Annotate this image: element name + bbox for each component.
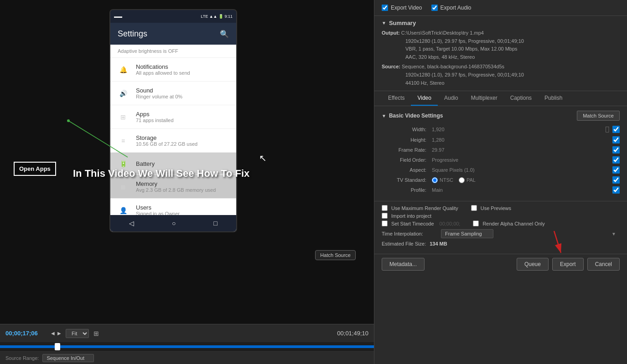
source-details1: Sequence, black-background-1468370534d5s — [402, 64, 504, 69]
item-title: Memory — [136, 180, 216, 187]
item-label: Adaptive brightness is OFF — [118, 48, 178, 54]
file-size-value: 134 MB — [430, 241, 447, 246]
max-render-quality-checkbox[interactable] — [382, 205, 388, 211]
max-render-quality-label: Use Maximum Render Quality — [391, 205, 458, 211]
output-details1: 1920x1280 (1.0), 29.97 fps, Progressive,… — [382, 37, 620, 46]
frame-rate-checkbox[interactable] — [612, 146, 620, 154]
item-title: Storage — [136, 134, 197, 141]
profile-value: Main — [432, 187, 612, 193]
pal-radio[interactable] — [459, 177, 465, 183]
tab-audio[interactable]: Audio — [438, 91, 465, 106]
use-previews-label: Use Previews — [481, 205, 511, 211]
width-value: 1,920 — [432, 127, 602, 132]
match-source-button[interactable]: Match Source — [577, 111, 620, 121]
scrubber-area[interactable] — [0, 342, 374, 351]
profile-label: Profile: — [382, 187, 432, 193]
end-timecode: 00;01;49;10 — [337, 330, 368, 337]
rewind-btn[interactable]: ◀ — [51, 331, 55, 336]
tab-effects[interactable]: Effects — [382, 91, 411, 106]
profile-checkbox[interactable] — [612, 186, 620, 194]
tab-video[interactable]: Video — [411, 91, 437, 106]
item-subtitle: 10.56 GB of 27.22 GB used — [136, 141, 197, 147]
aspect-row: Aspect: Square Pixels (1.0) — [382, 166, 620, 174]
export-top-checkboxes: Export Video Export Audio — [374, 0, 627, 16]
summary-section: ▼ Summary Output: C:\Users\SoftTrick\Des… — [374, 16, 627, 91]
time-interpolation-dropdown[interactable]: Frame Sampling — [441, 229, 493, 238]
cancel-button[interactable]: Cancel — [587, 258, 620, 271]
settings-text: Memory Avg 2.3 GB of 2.8 GB memory used — [136, 180, 216, 193]
list-item[interactable]: 🔔 Notifications All apps allowed to send — [110, 58, 236, 82]
notifications-icon: 🔔 — [118, 64, 129, 75]
item-title: Users — [136, 204, 180, 211]
export-video-checkbox-item: Export Video — [382, 5, 422, 11]
action-buttons: Metadata... Queue Export Cancel — [374, 254, 627, 274]
summary-collapse-icon[interactable]: ▼ — [382, 21, 386, 26]
home-icon[interactable]: ○ — [172, 220, 176, 227]
set-start-timecode-checkbox[interactable] — [382, 220, 388, 226]
time-interpolation-wrapper: Frame Sampling ▼ — [441, 229, 620, 238]
settings-text: Sound Ringer volume at 0% — [136, 87, 182, 99]
hatch-source-badge: Hatch Source — [315, 250, 356, 260]
recents-icon[interactable]: □ — [213, 220, 217, 227]
output-row: Output: C:\Users\SoftTrick\Desktop\try 1… — [382, 29, 620, 37]
play-btn[interactable]: ▶ — [57, 331, 61, 336]
render-alpha-label: Render Alpha Channel Only — [482, 221, 544, 226]
export-tabs: Effects Video Audio Multiplexer Captions… — [374, 91, 627, 106]
phone-settings-header: Settings 🔍 — [110, 23, 236, 45]
field-order-label: Field Order: — [382, 157, 432, 163]
export-panel: Export Video Export Audio ▼ Summary Outp… — [374, 0, 627, 364]
file-size-row: Estimated File Size: 134 MB — [382, 241, 620, 246]
settings-text: Users Signed in as Owner — [136, 204, 180, 216]
source-range-bar: Source Range: Sequence In/Out ▼ — [0, 351, 374, 364]
queue-button[interactable]: Queue — [517, 258, 549, 271]
import-project-label: Import into project — [391, 213, 431, 219]
export-video-checkbox[interactable] — [382, 5, 388, 11]
phone-status-bar: ▬▬ LTE ▲▲ 🔋 9:11 — [110, 10, 236, 23]
render-alpha-checkbox[interactable] — [473, 220, 479, 226]
field-order-checkbox[interactable] — [612, 156, 620, 164]
tv-standard-row: TV Standard: NTSC PAL — [382, 176, 620, 184]
back-icon[interactable]: ◁ — [129, 220, 134, 227]
list-item[interactable]: 🔊 Sound Ringer volume at 0% — [110, 82, 236, 105]
pal-radio-item: PAL — [459, 177, 476, 183]
frame-rate-row: Frame Rate: 29.97 — [382, 146, 620, 154]
item-subtitle: All apps allowed to send — [136, 70, 190, 76]
export-audio-checkbox[interactable] — [431, 5, 438, 11]
list-item[interactable]: ≡ Storage 10.56 GB of 27.22 GB used — [110, 129, 236, 153]
tab-publish[interactable]: Publish — [538, 91, 569, 106]
storage-icon: ≡ — [118, 135, 129, 146]
import-project-row: Import into project — [382, 213, 620, 219]
export-button[interactable]: Export — [552, 258, 584, 271]
list-item: Adaptive brightness is OFF — [110, 45, 236, 58]
use-previews-checkbox[interactable] — [471, 205, 477, 211]
source-range-dropdown[interactable]: Sequence In/Out — [42, 354, 94, 362]
summary-title: Summary — [389, 20, 416, 26]
fit-dropdown[interactable]: Fit — [66, 329, 89, 338]
item-title: Battery — [136, 160, 155, 167]
tv-standard-checkbox[interactable] — [612, 176, 620, 184]
main-overlay-text: In This Video We Will See How To Fix — [73, 168, 249, 179]
height-checkbox[interactable] — [612, 136, 620, 144]
timeline-bar: 00;00;17;06 ◀ ▶ Fit ⊞ 00;01;49;10 — [0, 324, 374, 342]
link-icon: ⌷ — [605, 125, 610, 133]
main-container: ▬▬ LTE ▲▲ 🔋 9:11 Settings 🔍 Adaptive bri… — [0, 0, 627, 364]
scrubber-head[interactable] — [55, 343, 60, 350]
search-icon[interactable]: 🔍 — [220, 30, 229, 38]
section-collapse-icon[interactable]: ▼ — [382, 113, 386, 118]
tab-captions[interactable]: Captions — [504, 91, 538, 106]
open-apps-label: Open Apps — [19, 165, 51, 172]
timecode-value: 00;00;00; — [440, 221, 461, 226]
height-label: Height: — [382, 137, 432, 143]
ntsc-radio[interactable] — [432, 177, 438, 183]
aspect-checkbox[interactable] — [612, 166, 620, 174]
list-item[interactable]: ⊞ Apps 71 apps installed — [110, 105, 236, 129]
settings-text: Apps 71 apps installed — [136, 111, 174, 123]
tab-multiplexer[interactable]: Multiplexer — [465, 91, 504, 106]
width-checkbox[interactable] — [612, 126, 620, 133]
source-range-label: Source Range: — [5, 355, 39, 361]
time-interpolation-row: Time Interpolation: Frame Sampling ▼ — [382, 229, 620, 238]
import-project-checkbox[interactable] — [382, 213, 388, 219]
transport-controls: ◀ ▶ — [51, 331, 61, 336]
apps-icon: ⊞ — [118, 112, 129, 123]
metadata-button[interactable]: Metadata... — [382, 258, 425, 271]
